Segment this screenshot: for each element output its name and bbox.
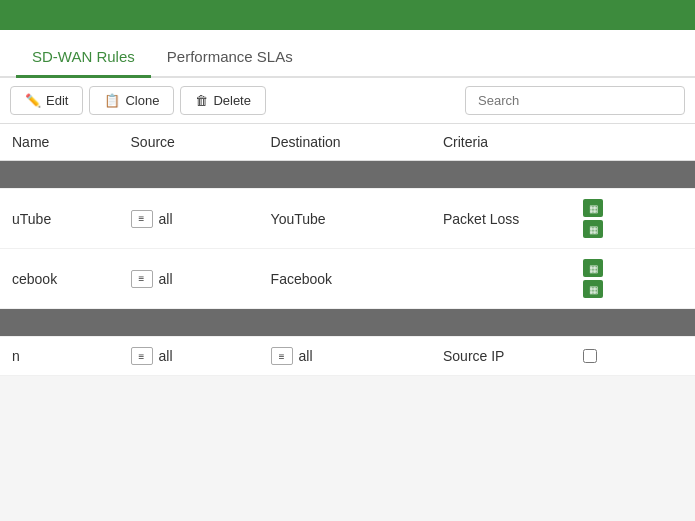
cell-name: cebook	[0, 249, 119, 309]
cell-criteria: Packet Loss	[431, 189, 571, 249]
source-iface-icon: ≡	[131, 347, 153, 365]
table-row: uTube ≡ all YouTube Packet Loss ▦	[0, 189, 695, 249]
cell-actions	[571, 337, 695, 376]
cell-name: uTube	[0, 189, 119, 249]
cell-name: n	[0, 337, 119, 376]
clone-button[interactable]: 📋 Clone	[89, 86, 174, 115]
search-input[interactable]	[465, 86, 685, 115]
cell-destination: Facebook	[259, 249, 431, 309]
action-icon-2[interactable]: ▦	[583, 220, 603, 238]
cell-actions: ▦ ▦	[571, 189, 695, 249]
section-header-1	[0, 161, 695, 189]
cell-destination: ≡ all	[259, 337, 431, 376]
action-icon-2[interactable]: ▦	[583, 280, 603, 298]
rules-table: Name Source Destination Criteria uTube ≡	[0, 124, 695, 376]
section-header-2	[0, 309, 695, 337]
delete-button[interactable]: 🗑 Delete	[180, 86, 266, 115]
edit-label: Edit	[46, 93, 68, 108]
source-iface-icon: ≡	[131, 210, 153, 228]
col-header-extra	[571, 124, 695, 161]
table-header-row: Name Source Destination Criteria	[0, 124, 695, 161]
cell-source: ≡ all	[119, 189, 259, 249]
table-container: Name Source Destination Criteria uTube ≡	[0, 124, 695, 376]
edit-button[interactable]: ✏️ Edit	[10, 86, 83, 115]
source-iface-icon: ≡	[131, 270, 153, 288]
tabs-row: SD-WAN Rules Performance SLAs	[0, 30, 695, 78]
action-icon-1[interactable]: ▦	[583, 259, 603, 277]
tab-performance-slas[interactable]: Performance SLAs	[151, 38, 309, 78]
cell-source: ≡ all	[119, 337, 259, 376]
cell-source: ≡ all	[119, 249, 259, 309]
col-header-destination: Destination	[259, 124, 431, 161]
table-row: n ≡ all ≡ all Source IP	[0, 337, 695, 376]
top-bar	[0, 0, 695, 30]
cell-criteria: Source IP	[431, 337, 571, 376]
toolbar: ✏️ Edit 📋 Clone 🗑 Delete	[0, 78, 695, 124]
table-row: cebook ≡ all Facebook ▦ ▦	[0, 249, 695, 309]
clone-icon: 📋	[104, 93, 120, 108]
delete-label: Delete	[213, 93, 251, 108]
clone-label: Clone	[125, 93, 159, 108]
cell-criteria	[431, 249, 571, 309]
col-header-criteria: Criteria	[431, 124, 571, 161]
delete-icon: 🗑	[195, 93, 208, 108]
cell-actions: ▦ ▦	[571, 249, 695, 309]
col-header-source: Source	[119, 124, 259, 161]
action-icon-1[interactable]: ▦	[583, 199, 603, 217]
col-header-name: Name	[0, 124, 119, 161]
row-checkbox[interactable]	[583, 349, 597, 363]
dest-iface-icon: ≡	[271, 347, 293, 365]
edit-icon: ✏️	[25, 93, 41, 108]
cell-destination: YouTube	[259, 189, 431, 249]
tab-sdwan-rules[interactable]: SD-WAN Rules	[16, 38, 151, 78]
